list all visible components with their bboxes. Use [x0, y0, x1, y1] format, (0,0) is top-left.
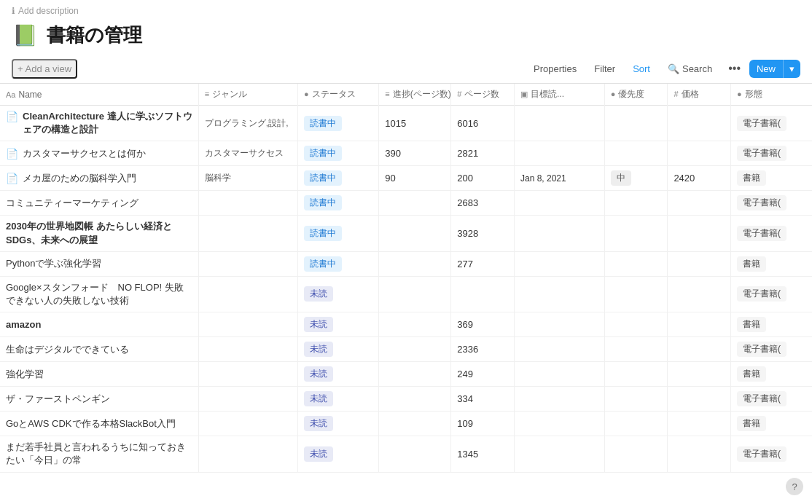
table-row[interactable]: ザ・ファーストペンギン未読334電子書籍(: [0, 387, 812, 412]
cell-genre: [198, 251, 297, 276]
cell-priority: 中: [604, 166, 668, 191]
table-row[interactable]: amazon未読369書籍: [0, 312, 812, 337]
filter-button[interactable]: Filter: [587, 60, 622, 78]
cell-status[interactable]: 未読: [297, 387, 378, 412]
table-header-row: AaName ≡ジャンル ●ステータス ≡進捗(ページ数) #ページ数 ▣目標読…: [0, 84, 812, 106]
table-row[interactable]: Google×スタンフォード NO FLOP! 失敗できない人の失敗しない技術未…: [0, 276, 812, 312]
table-row[interactable]: 強化学習未読249書籍: [0, 362, 812, 387]
more-options-button[interactable]: •••: [722, 58, 746, 79]
new-button[interactable]: New ▾: [749, 60, 800, 78]
cell-target-date: [514, 141, 604, 166]
cell-status[interactable]: 未読: [297, 362, 378, 387]
cell-pages: 6016: [451, 106, 515, 141]
col-header-progress[interactable]: ≡進捗(ページ数): [379, 84, 451, 106]
col-header-genre[interactable]: ≡ジャンル: [198, 84, 297, 106]
cell-format: 書籍: [731, 251, 812, 276]
cell-price: [668, 106, 731, 141]
cell-progress: [379, 251, 451, 276]
add-description-link[interactable]: Add description: [18, 6, 79, 16]
cell-status[interactable]: 読書中: [297, 191, 378, 216]
cell-priority: [604, 191, 668, 216]
cell-status[interactable]: 読書中: [297, 106, 378, 141]
table-row[interactable]: 生命はデジタルでできている未読2336電子書籍(: [0, 337, 812, 362]
col-header-priority[interactable]: ●優先度: [604, 84, 668, 106]
priority-badge: 中: [611, 170, 631, 186]
book-title: Pythonで学ぶ強化学習: [6, 257, 101, 270]
cell-name[interactable]: コミュニティーマーケティング: [0, 191, 198, 216]
cell-name[interactable]: 2030年の世界地図帳 あたらしい経済とSDGs、未来への展望: [0, 216, 198, 251]
cell-name[interactable]: 📄CleanArchitecture 達人に学ぶソフトウェアの構造と設計: [0, 106, 198, 141]
search-button[interactable]: 🔍 Search: [660, 60, 719, 78]
cell-status[interactable]: 未読: [297, 436, 378, 472]
cell-name[interactable]: ザ・ファーストペンギン: [0, 387, 198, 412]
cell-format: 電子書籍(: [731, 191, 812, 216]
toolbar-right: Properties Filter Sort 🔍 Search ••• New …: [526, 58, 800, 79]
col-header-price[interactable]: #価格: [668, 84, 731, 106]
cell-genre: [198, 362, 297, 387]
book-title: amazon: [6, 318, 41, 331]
cell-progress: [379, 387, 451, 412]
cell-status[interactable]: 読書中: [297, 216, 378, 251]
book-title: 2030年の世界地図帳 あたらしい経済とSDGs、未来への展望: [6, 220, 192, 246]
cell-target-date: Jan 8, 2021: [514, 166, 604, 191]
cell-status[interactable]: 読書中: [297, 141, 378, 166]
cell-price: [668, 216, 731, 251]
properties-button[interactable]: Properties: [526, 60, 584, 78]
cell-name[interactable]: amazon: [0, 312, 198, 337]
table-row[interactable]: GoとAWS CDKで作る本格SlackBot入門未読109書籍: [0, 412, 812, 436]
add-view-button[interactable]: + Add a view: [12, 59, 77, 79]
col-header-status[interactable]: ●ステータス: [297, 84, 378, 106]
cell-name[interactable]: まだ若手社員と言われるうちに知っておきたい「今日」の常: [0, 436, 198, 472]
cell-status[interactable]: 読書中: [297, 166, 378, 191]
table-container: AaName ≡ジャンル ●ステータス ≡進捗(ページ数) #ページ数 ▣目標読…: [0, 84, 812, 493]
col-header-name[interactable]: AaName: [0, 84, 198, 106]
cell-status[interactable]: 未読: [297, 312, 378, 337]
cell-name[interactable]: GoとAWS CDKで作る本格SlackBot入門: [0, 412, 198, 436]
col-header-target[interactable]: ▣目標読...: [514, 84, 604, 106]
format-badge: 電子書籍(: [737, 116, 786, 131]
format-badge: 書籍: [737, 170, 766, 186]
format-badge: 書籍: [737, 256, 766, 272]
sort-button[interactable]: Sort: [625, 60, 657, 78]
book-emoji-icon: 📗: [12, 22, 38, 48]
info-icon: ℹ: [12, 6, 15, 16]
cell-name[interactable]: 強化学習: [0, 362, 198, 387]
cell-status[interactable]: 読書中: [297, 251, 378, 276]
cell-pages: 1345: [451, 436, 515, 472]
table-row[interactable]: コミュニティーマーケティング読書中2683電子書籍(: [0, 191, 812, 216]
col-header-format[interactable]: ●形態: [731, 84, 812, 106]
table-row[interactable]: 2030年の世界地図帳 あたらしい経済とSDGs、未来への展望読書中3928電子…: [0, 216, 812, 251]
cell-status[interactable]: 未読: [297, 276, 378, 312]
cell-status[interactable]: 未読: [297, 337, 378, 362]
cell-priority: [604, 436, 668, 472]
cell-pages: 2683: [451, 191, 515, 216]
cell-target-date: [514, 216, 604, 251]
cell-name[interactable]: Google×スタンフォード NO FLOP! 失敗できない人の失敗しない技術: [0, 276, 198, 312]
cell-format: 書籍: [731, 166, 812, 191]
table-row[interactable]: まだ若手社員と言われるうちに知っておきたい「今日」の常未読1345電子書籍(: [0, 436, 812, 472]
page-header: 📗 書籍の管理: [0, 19, 812, 54]
cell-progress: 1015: [379, 106, 451, 141]
cell-progress: [379, 191, 451, 216]
page-title: 書籍の管理: [47, 23, 142, 48]
cell-format: 書籍: [731, 412, 812, 436]
table-row[interactable]: 📄カスタマーサクセスとは何かカスタマーサクセス読書中3902821電子書籍(: [0, 141, 812, 166]
table-row[interactable]: 📄CleanArchitecture 達人に学ぶソフトウェアの構造と設計プログラ…: [0, 106, 812, 141]
col-header-pages[interactable]: #ページ数: [451, 84, 515, 106]
cell-name[interactable]: 📄カスタマーサクセスとは何か: [0, 141, 198, 166]
status-badge: 読書中: [304, 146, 342, 161]
table-row[interactable]: 📄メカ屋のための脳科学入門脳科学読書中90200Jan 8, 2021中2420…: [0, 166, 812, 191]
format-badge: 電子書籍(: [737, 195, 786, 210]
table-row[interactable]: Pythonで学ぶ強化学習読書中277書籍: [0, 251, 812, 276]
cell-name[interactable]: Pythonで学ぶ強化学習: [0, 251, 198, 276]
cell-status[interactable]: 未読: [297, 412, 378, 436]
cell-name[interactable]: 📄メカ屋のための脳科学入門: [0, 166, 198, 191]
cell-genre: [198, 412, 297, 436]
cell-price: 2420: [668, 166, 731, 191]
cell-target-date: [514, 387, 604, 412]
cell-priority: [604, 387, 668, 412]
help-icon[interactable]: ?: [786, 478, 803, 493]
cell-name[interactable]: 生命はデジタルでできている: [0, 337, 198, 362]
book-title: CleanArchitecture 達人に学ぶソフトウェアの構造と設計: [23, 110, 192, 136]
cell-format: 電子書籍(: [731, 436, 812, 472]
